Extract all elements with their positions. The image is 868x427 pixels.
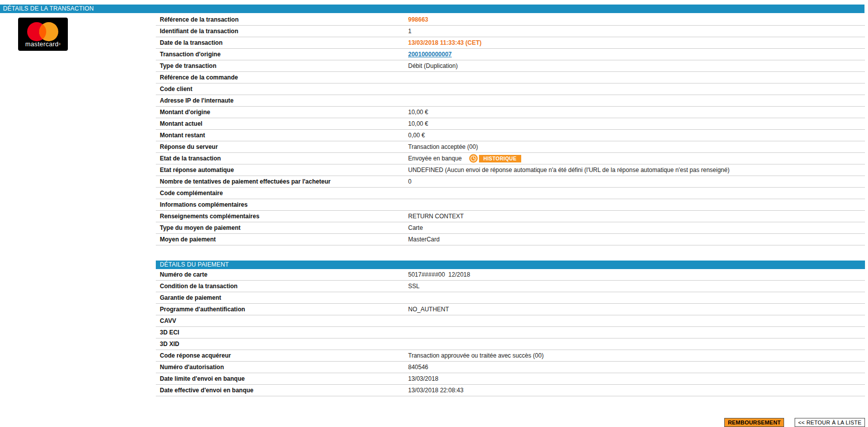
field-label: Adresse IP de l'internaute: [156, 95, 408, 106]
field-value-text: 0: [408, 176, 412, 187]
field-value-text: 0,00 €: [408, 130, 425, 141]
field-label: Code client: [156, 83, 408, 95]
field-label: Type du moyen de paiement: [156, 222, 408, 233]
detail-row: Date de la transaction13/03/2018 11:33:4…: [156, 37, 865, 49]
detail-row: 3D ECI: [156, 327, 865, 338]
detail-row: Nombre de tentatives de paiement effectu…: [156, 176, 865, 188]
mastercard-circles-icon: [18, 18, 68, 44]
field-value: UNDEFINED (Aucun envoi de réponse automa…: [408, 164, 865, 176]
detail-row: Programme d'authentificationNO_AUTHENT: [156, 304, 865, 315]
field-value: NO_AUTHENT: [408, 304, 865, 315]
field-value-text: RETURN CONTEXT: [408, 211, 464, 222]
history-clock-icon[interactable]: [469, 154, 478, 163]
origin-transaction-link[interactable]: 2001000000007: [408, 49, 452, 60]
field-value: Carte: [408, 222, 865, 233]
field-label: Transaction d'origine: [156, 49, 408, 60]
field-value: RETURN CONTEXT: [408, 211, 865, 222]
field-value-text: 13/03/2018 11:33:43 (CET): [408, 37, 481, 48]
field-value: 998663: [408, 14, 865, 25]
field-value-text: 998663: [408, 14, 428, 25]
mastercard-logo: mastercard®: [18, 18, 68, 51]
field-value: 10,00 €: [408, 118, 865, 129]
field-value: Transaction acceptée (00): [408, 141, 865, 152]
field-label: Programme d'authentification: [156, 304, 408, 315]
field-value-text: MasterCard: [408, 234, 440, 245]
field-label: Date de la transaction: [156, 37, 408, 48]
detail-row: Etat réponse automatiqueUNDEFINED (Aucun…: [156, 164, 865, 176]
field-label: Numéro d'autorisation: [156, 362, 408, 373]
field-value: 0: [408, 176, 865, 187]
field-label: Code complémentaire: [156, 188, 408, 199]
field-value-text: UNDEFINED (Aucun envoi de réponse automa…: [408, 164, 729, 176]
refund-button[interactable]: REMBOURSEMENT: [724, 418, 784, 427]
field-value: Envoyée en banqueHISTORIQUE: [408, 153, 865, 164]
historique-button[interactable]: HISTORIQUE: [479, 155, 521, 162]
field-value: 10,00 €: [408, 107, 865, 118]
field-label: Réponse du serveur: [156, 141, 408, 152]
detail-row: Numéro d'autorisation840546: [156, 362, 865, 373]
field-value-text: SSL: [408, 281, 420, 292]
field-value-text: Carte: [408, 222, 423, 233]
field-value-text: 840546: [408, 362, 428, 373]
field-value-text: 10,00 €: [408, 107, 428, 118]
detail-row: Code client: [156, 83, 865, 95]
field-label: Montant actuel: [156, 118, 408, 129]
detail-row: Référence de la commande: [156, 72, 865, 83]
detail-row: Renseignements complémentairesRETURN CON…: [156, 211, 865, 222]
payment-details-table: Numéro de carte5017#####00 12/2018Condit…: [156, 269, 865, 396]
field-value: SSL: [408, 281, 865, 292]
field-value: 1: [408, 26, 865, 37]
payment-details-header-title: DÉTAILS DU PAIEMENT: [160, 261, 229, 268]
field-label: Code réponse acquéreur: [156, 350, 408, 361]
detail-row: Informations complémentaires: [156, 199, 865, 211]
field-value: 13/03/2018 11:33:43 (CET): [408, 37, 865, 48]
transaction-details-header: DÉTAILS DE LA TRANSACTION: [0, 5, 864, 13]
field-label: 3D XID: [156, 338, 408, 350]
detail-row: CAVV: [156, 315, 865, 327]
detail-row: Type du moyen de paiementCarte: [156, 222, 865, 234]
mastercard-wordmark: mastercard®: [18, 41, 68, 47]
field-label: Référence de la commande: [156, 72, 408, 83]
detail-row: Adresse IP de l'internaute: [156, 95, 865, 107]
detail-row: Montant actuel10,00 €: [156, 118, 865, 130]
field-label: Nombre de tentatives de paiement effectu…: [156, 176, 408, 187]
field-label: Etat réponse automatique: [156, 164, 408, 176]
field-value-text: Transaction approuvée ou traitée avec su…: [408, 350, 544, 361]
back-to-list-button[interactable]: << RETOUR À LA LISTE: [795, 418, 865, 427]
field-value-text: NO_AUTHENT: [408, 304, 449, 315]
payment-details-header: DÉTAILS DU PAIEMENT: [156, 261, 865, 269]
field-label: Référence de la transaction: [156, 14, 408, 25]
detail-row: Identifiant de la transaction1: [156, 26, 865, 37]
field-value-text: 13/03/2018: [408, 373, 438, 384]
field-value-text: Débit (Duplication): [408, 60, 458, 71]
detail-row: Moyen de paiementMasterCard: [156, 234, 865, 245]
field-label: Identifiant de la transaction: [156, 26, 408, 37]
field-label: Informations complémentaires: [156, 199, 408, 210]
field-label: Numéro de carte: [156, 269, 408, 280]
detail-row: Type de transactionDébit (Duplication): [156, 60, 865, 72]
field-value-text: 10,00 €: [408, 118, 428, 129]
detail-row: Garantie de paiement: [156, 292, 865, 304]
detail-row: Montant d'origine10,00 €: [156, 107, 865, 118]
detail-row: Etat de la transactionEnvoyée en banqueH…: [156, 153, 865, 164]
detail-row: Montant restant0,00 €: [156, 130, 865, 141]
field-value: 13/03/2018: [408, 373, 865, 384]
field-label: CAVV: [156, 315, 408, 326]
field-value-text: 13/03/2018 22:08:43: [408, 385, 463, 396]
field-label: 3D ECI: [156, 327, 408, 338]
field-value: Débit (Duplication): [408, 60, 865, 71]
field-label: Moyen de paiement: [156, 234, 408, 245]
detail-row: Transaction d'origine2001000000007: [156, 49, 865, 60]
field-value-text: Transaction acceptée (00): [408, 141, 478, 152]
field-value: MasterCard: [408, 234, 865, 245]
detail-row: 3D XID: [156, 338, 865, 350]
field-value: Transaction approuvée ou traitée avec su…: [408, 350, 865, 361]
action-buttons-row: REMBOURSEMENT << RETOUR À LA LISTE: [156, 417, 865, 427]
detail-row: Date limite d'envoi en banque13/03/2018: [156, 373, 865, 385]
field-label: Date effective d'envoi en banque: [156, 385, 408, 396]
transaction-details-table: Référence de la transaction998663Identif…: [156, 14, 865, 245]
field-value: 13/03/2018 22:08:43: [408, 385, 865, 396]
detail-row: Condition de la transactionSSL: [156, 281, 865, 292]
field-label: Condition de la transaction: [156, 281, 408, 292]
field-label: Renseignements complémentaires: [156, 211, 408, 222]
